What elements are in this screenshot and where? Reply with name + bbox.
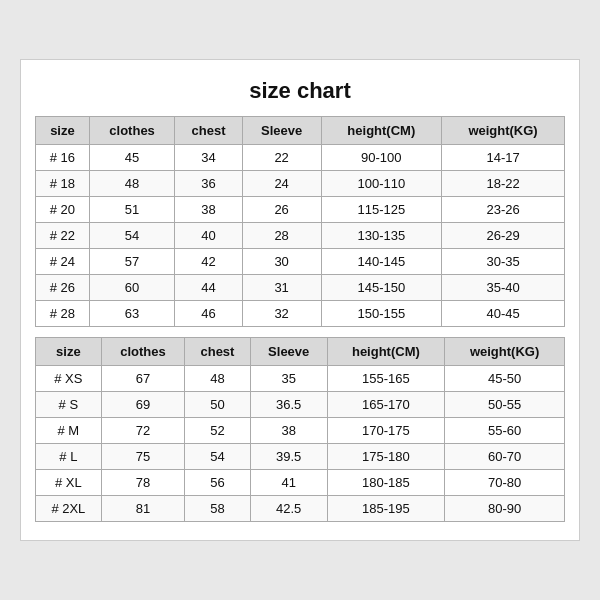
table-cell: 90-100	[321, 145, 442, 171]
table1-header-row: sizeclotheschestSleeveheight(CM)weight(K…	[36, 117, 565, 145]
table-cell: 60-70	[445, 444, 565, 470]
size-table-2: sizeclotheschestSleeveheight(CM)weight(K…	[35, 337, 565, 522]
table-cell: 75	[101, 444, 184, 470]
table1-body: # 1645342290-10014-17# 18483624100-11018…	[36, 145, 565, 327]
table-row: # 18483624100-11018-22	[36, 171, 565, 197]
table-cell: # 16	[36, 145, 90, 171]
table-cell: # XL	[36, 470, 102, 496]
table-cell: 26	[242, 197, 321, 223]
size-chart-card: size chart sizeclotheschestSleeveheight(…	[20, 59, 580, 541]
table-cell: 70-80	[445, 470, 565, 496]
table-cell: # 18	[36, 171, 90, 197]
table-cell: 69	[101, 392, 184, 418]
table-cell: 18-22	[442, 171, 565, 197]
table-row: # 20513826115-12523-26	[36, 197, 565, 223]
table-cell: 48	[185, 366, 251, 392]
table-cell: 63	[89, 301, 175, 327]
table-cell: # L	[36, 444, 102, 470]
table-cell: # 26	[36, 275, 90, 301]
chart-title: size chart	[35, 78, 565, 104]
table1-header-cell: chest	[175, 117, 242, 145]
table-cell: 45	[89, 145, 175, 171]
table2-header-row: sizeclotheschestSleeveheight(CM)weight(K…	[36, 338, 565, 366]
table-cell: 165-170	[327, 392, 445, 418]
table-row: # 22544028130-13526-29	[36, 223, 565, 249]
table-row: # 26604431145-15035-40	[36, 275, 565, 301]
table2-body: # XS674835155-16545-50# S695036.5165-170…	[36, 366, 565, 522]
table2-header-cell: weight(KG)	[445, 338, 565, 366]
table-cell: 54	[89, 223, 175, 249]
table-row: # S695036.5165-17050-55	[36, 392, 565, 418]
table-cell: 14-17	[442, 145, 565, 171]
table-cell: 35-40	[442, 275, 565, 301]
table-cell: 45-50	[445, 366, 565, 392]
table-cell: 52	[185, 418, 251, 444]
table-cell: # M	[36, 418, 102, 444]
table-cell: # 20	[36, 197, 90, 223]
table-cell: 50-55	[445, 392, 565, 418]
table-cell: 44	[175, 275, 242, 301]
table2-header-cell: chest	[185, 338, 251, 366]
table-cell: 72	[101, 418, 184, 444]
table-cell: 41	[250, 470, 327, 496]
table-cell: # 28	[36, 301, 90, 327]
table-cell: 24	[242, 171, 321, 197]
table-cell: 36.5	[250, 392, 327, 418]
table-cell: 57	[89, 249, 175, 275]
table1-header-cell: clothes	[89, 117, 175, 145]
table-cell: 185-195	[327, 496, 445, 522]
table-cell: 58	[185, 496, 251, 522]
table-row: # XL785641180-18570-80	[36, 470, 565, 496]
table-cell: 130-135	[321, 223, 442, 249]
table-cell: 150-155	[321, 301, 442, 327]
table-cell: 30-35	[442, 249, 565, 275]
table-cell: 54	[185, 444, 251, 470]
table1-header-cell: weight(KG)	[442, 117, 565, 145]
table-cell: 175-180	[327, 444, 445, 470]
table-cell: 28	[242, 223, 321, 249]
table-cell: 80-90	[445, 496, 565, 522]
table-cell: 39.5	[250, 444, 327, 470]
table2-header-cell: size	[36, 338, 102, 366]
table-cell: 32	[242, 301, 321, 327]
table-cell: # 24	[36, 249, 90, 275]
table1-header-cell: Sleeve	[242, 117, 321, 145]
table-cell: 38	[250, 418, 327, 444]
table-cell: 31	[242, 275, 321, 301]
size-table-1: sizeclotheschestSleeveheight(CM)weight(K…	[35, 116, 565, 327]
table-cell: 26-29	[442, 223, 565, 249]
table-cell: 34	[175, 145, 242, 171]
section-divider	[35, 327, 565, 337]
table-cell: 46	[175, 301, 242, 327]
table2-header-cell: clothes	[101, 338, 184, 366]
table-row: # 2XL815842.5185-19580-90	[36, 496, 565, 522]
table-cell: 155-165	[327, 366, 445, 392]
table-cell: # 22	[36, 223, 90, 249]
table-cell: 145-150	[321, 275, 442, 301]
table-row: # XS674835155-16545-50	[36, 366, 565, 392]
table-cell: 51	[89, 197, 175, 223]
table2-header-cell: height(CM)	[327, 338, 445, 366]
table-row: # 24574230140-14530-35	[36, 249, 565, 275]
table-cell: 42	[175, 249, 242, 275]
table1-header-cell: size	[36, 117, 90, 145]
table-row: # 28634632150-15540-45	[36, 301, 565, 327]
table-cell: 81	[101, 496, 184, 522]
table-cell: 100-110	[321, 171, 442, 197]
table1-header-cell: height(CM)	[321, 117, 442, 145]
table-cell: 78	[101, 470, 184, 496]
table-cell: 40	[175, 223, 242, 249]
table-cell: 56	[185, 470, 251, 496]
table-cell: 35	[250, 366, 327, 392]
table-cell: 30	[242, 249, 321, 275]
table-cell: # XS	[36, 366, 102, 392]
table-row: # L755439.5175-18060-70	[36, 444, 565, 470]
table-cell: # 2XL	[36, 496, 102, 522]
table-cell: 140-145	[321, 249, 442, 275]
table-cell: 40-45	[442, 301, 565, 327]
table-cell: 60	[89, 275, 175, 301]
table-cell: 23-26	[442, 197, 565, 223]
table-cell: 22	[242, 145, 321, 171]
table-cell: 115-125	[321, 197, 442, 223]
table-cell: 48	[89, 171, 175, 197]
